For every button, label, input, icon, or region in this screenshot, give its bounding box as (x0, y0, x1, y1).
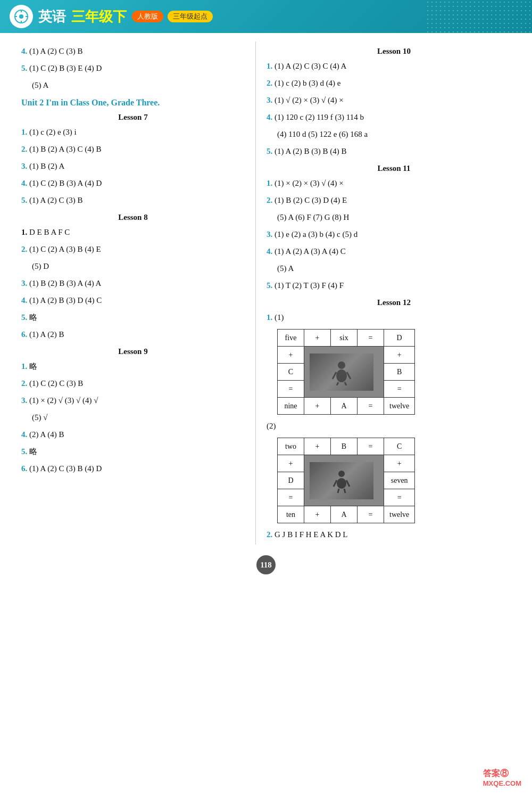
table-cell: + (304, 330, 331, 347)
l8-2-value: (1) C (2) A (3) B (4) E (29, 245, 101, 253)
lesson11-heading: Lesson 11 (267, 164, 521, 173)
lesson7-heading: Lesson 7 (21, 113, 245, 122)
svg-point-13 (337, 478, 346, 489)
table-cell: two (278, 438, 304, 455)
l8-5-label: 5. (21, 313, 27, 322)
l11-4-label: 4. (267, 247, 272, 256)
l7-4-line: 4. (1) C (2) B (3) A (4) D (21, 176, 245, 191)
l9-1-line: 1. 略 (21, 359, 245, 374)
header-badge1: 人教版 (132, 11, 163, 22)
table-cell: + (304, 398, 331, 415)
l10-4-line: 4. (1) 120 c (2) 119 f (3) 114 b (267, 110, 521, 125)
table-cell: = (384, 489, 415, 506)
item4-line: 4. (1) A (2) C (3) B (21, 44, 245, 59)
l10-4b-line: (4) 110 d (5) 122 e (6) 168 a (277, 127, 521, 142)
l11-3-value: (1) e (2) a (3) b (4) c (5) d (275, 230, 358, 238)
table-cell: A (331, 398, 358, 415)
l9-6-value: (1) A (2) C (3) B (4) D (29, 464, 102, 473)
table-cell: = (278, 381, 304, 398)
l11-3-label: 3. (267, 230, 272, 238)
l8-4-value: (1) A (2) B (3) D (4) C (29, 296, 102, 305)
table-cell: + (384, 347, 415, 364)
l10-3-value: (1) √ (2) × (3) √ (4) × (275, 96, 344, 104)
table-cell: = (358, 330, 384, 347)
l9-5-value: 略 (29, 447, 37, 456)
l10-2-line: 2. (1) c (2) b (3) d (4) e (267, 76, 521, 91)
watermark-text: 答案⑧ (483, 768, 521, 779)
item5-line: 5. (1) C (2) B (3) E (4) D (21, 61, 245, 76)
l8-2b-value: (5) D (32, 262, 49, 270)
table-row: + + (278, 455, 415, 472)
l9-3-line: 3. (1) × (2) √ (3) √ (4) √ (21, 393, 245, 408)
lesson12-table1: five + six = D + (277, 329, 415, 415)
l11-2b-value: (5) A (6) F (7) G (8) H (277, 213, 349, 221)
table-cell: seven (384, 472, 415, 489)
l10-3-label: 3. (267, 96, 272, 104)
l9-2-label: 2. (21, 379, 27, 388)
l7-4-label: 4. (21, 179, 27, 187)
l10-1-value: (1) A (2) C (3) C (4) A (275, 62, 346, 70)
l7-5-label: 5. (21, 196, 27, 204)
l12-1-label: 1. (267, 313, 272, 322)
l8-1-label: 1. (21, 228, 27, 236)
main-content: 4. (1) A (2) C (3) B 5. (1) C (2) B (3) … (0, 33, 532, 545)
l7-1-value: (1) c (2) e (3) i (29, 128, 77, 136)
l10-5-line: 5. (1) A (2) B (3) B (4) B (267, 144, 521, 159)
l7-2-line: 2. (1) B (2) A (3) C (4) B (21, 142, 245, 157)
l9-3b-line: (5) √ (32, 410, 245, 425)
l9-3-label: 3. (21, 396, 27, 405)
l8-4-line: 4. (1) A (2) B (3) D (4) C (21, 293, 245, 308)
svg-line-10 (337, 382, 338, 385)
right-column: Lesson 10 1. (1) A (2) C (3) C (4) A 2. … (255, 42, 532, 545)
l9-6-line: 6. (1) A (2) C (3) B (4) D (21, 462, 245, 476)
l8-3-value: (1) B (2) B (3) A (4) A (29, 279, 101, 287)
l12-1-sub2-line: (2) (267, 419, 521, 433)
svg-point-6 (338, 361, 345, 369)
l8-1-value: D E B A F C (29, 228, 70, 236)
item4-label: 4. (21, 47, 27, 55)
table-row: ten + A = twelve (278, 506, 415, 523)
table-cell: C (278, 364, 304, 381)
l11-2-value: (1) B (2) C (3) D (4) E (275, 196, 347, 204)
header-decoration (426, 0, 532, 33)
l9-1-label: 1. (21, 362, 27, 371)
l8-3-label: 3. (21, 279, 27, 287)
l7-5-value: (1) A (2) C (3) B (29, 196, 82, 204)
l8-5-value: 略 (29, 313, 37, 322)
header-grade: 三年级下 (71, 7, 127, 26)
l10-5-value: (1) A (2) B (3) B (4) B (275, 147, 346, 155)
l8-6-label: 6. (21, 330, 27, 339)
l9-4-line: 4. (2) A (4) B (21, 427, 245, 442)
l11-1-label: 1. (267, 179, 272, 187)
l9-2-value: (1) C (2) C (3) B (29, 379, 83, 388)
l10-1-line: 1. (1) A (2) C (3) C (4) A (267, 59, 521, 73)
l11-2b-line: (5) A (6) F (7) G (8) H (277, 210, 521, 225)
l10-1-label: 1. (267, 62, 272, 70)
item5-value: (1) C (2) B (3) E (4) D (29, 64, 102, 72)
table-cell: six (331, 330, 358, 347)
l10-4b-value: (4) 110 d (5) 122 e (6) 168 a (277, 130, 368, 138)
svg-line-8 (332, 372, 336, 379)
table-cell: five (278, 330, 304, 347)
l12-2-line: 2. G J B I F H E A K D L (267, 528, 521, 542)
l12-1-sub2: (2) (267, 422, 276, 430)
svg-line-15 (346, 480, 350, 487)
l11-4-line: 4. (1) A (2) A (3) A (4) C (267, 244, 521, 259)
l9-4-value: (2) A (4) B (29, 430, 64, 439)
l7-2-label: 2. (21, 145, 27, 153)
header-subject: 英语 (38, 7, 66, 26)
table-cell: = (358, 506, 384, 523)
image-placeholder (310, 353, 373, 391)
l7-1-line: 1. (1) c (2) e (3) i (21, 125, 245, 139)
l11-5-line: 5. (1) T (2) T (3) F (4) F (267, 278, 521, 293)
l11-1-line: 1. (1) × (2) × (3) √ (4) × (267, 176, 521, 191)
table-row: + + (278, 347, 415, 364)
lesson12-heading: Lesson 12 (267, 298, 521, 307)
table-cell: twelve (384, 506, 415, 523)
l11-4b-line: (5) A (277, 261, 521, 276)
svg-line-9 (347, 372, 351, 379)
l12-2-value: G J B I F H E A K D L (275, 530, 348, 539)
table-cell: = (384, 381, 415, 398)
l12-1-sub1: (1) (275, 313, 284, 322)
header-icon (10, 5, 33, 28)
